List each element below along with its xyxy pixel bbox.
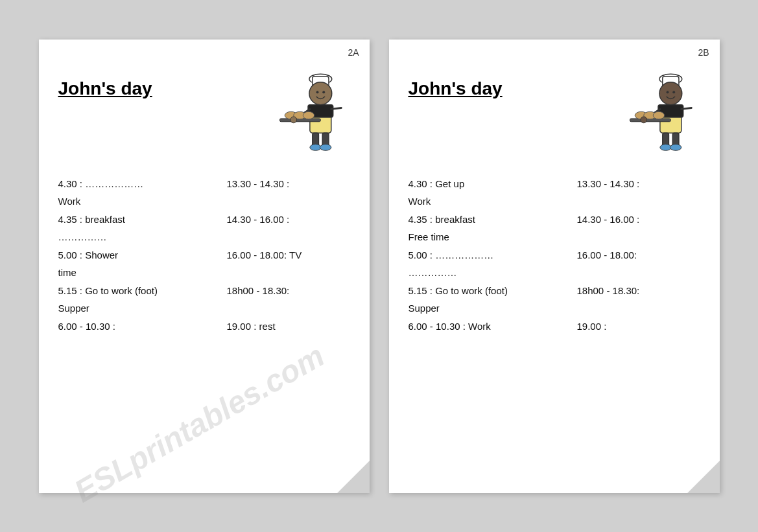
svg-point-16 xyxy=(303,111,314,119)
schedule-left: 5.00 : Shower xyxy=(58,247,214,264)
svg-point-30 xyxy=(670,144,681,150)
svg-line-26 xyxy=(681,108,691,109)
schedule-left: 6.00 - 10.30 : Work xyxy=(409,318,564,335)
card-title-2b: John's day xyxy=(409,78,503,99)
card-id-2b: 2B xyxy=(698,47,709,58)
svg-point-2 xyxy=(309,82,331,104)
schedule-right: 19.00 : rest xyxy=(227,318,350,335)
schedule-row: Supper xyxy=(58,300,350,317)
schedule-left: Supper xyxy=(409,300,564,317)
schedule-right: 16.00 - 18.00: xyxy=(577,247,700,264)
schedule-left: Work xyxy=(409,193,564,210)
baker-illustration-2b xyxy=(616,59,700,156)
schedule-left: 6.00 - 10.30 : xyxy=(58,318,214,335)
svg-point-34 xyxy=(653,111,664,119)
schedule-row: 4.30 : ……………… 13.30 - 14.30 : xyxy=(58,176,350,192)
schedule-left: Supper xyxy=(58,300,214,317)
schedule-left: …………… xyxy=(58,229,214,246)
schedule-row: Supper xyxy=(409,300,700,317)
schedule-left: time xyxy=(58,264,214,281)
schedule-right: 18h00 - 18.30: xyxy=(577,283,700,299)
schedule-row: time xyxy=(58,264,350,281)
schedule-row: 6.00 - 10.30 : Work 19.00 : xyxy=(409,318,700,335)
schedule-row: 5.15 : Go to work (foot) 18h00 - 18.30: xyxy=(58,283,350,299)
schedule-left: 4.35 : breakfast xyxy=(58,211,214,228)
schedule-right: 13.30 - 14.30 : xyxy=(227,176,350,192)
svg-point-29 xyxy=(659,144,670,150)
schedule-left: 4.35 : breakfast xyxy=(409,211,564,228)
schedule-row: 4.35 : breakfast 14.30 - 16.00 : xyxy=(58,211,350,228)
schedule-2a: 4.30 : ……………… 13.30 - 14.30 : Work 4.35 … xyxy=(58,176,350,335)
baker-illustration-2a xyxy=(266,59,350,156)
schedule-row: Free time xyxy=(409,229,700,246)
svg-point-21 xyxy=(666,91,669,93)
fold-corner-2b xyxy=(687,461,720,493)
schedule-left: 5.00 : ……………… xyxy=(409,247,564,264)
card-header-2a: John's day xyxy=(58,59,350,156)
schedule-row: 5.15 : Go to work (foot) 18h00 - 18.30: xyxy=(409,283,700,299)
schedule-2b: 4.30 : Get up 13.30 - 14.30 : Work 4.35 … xyxy=(409,176,700,335)
schedule-right: 19.00 : xyxy=(577,318,700,335)
schedule-right: 13.30 - 14.30 : xyxy=(577,176,700,192)
schedule-row: 6.00 - 10.30 : 19.00 : rest xyxy=(58,318,350,335)
schedule-row: …………… xyxy=(409,264,700,281)
card-header-2b: John's day xyxy=(409,59,700,156)
schedule-row: Work xyxy=(58,193,350,210)
card-id-2a: 2A xyxy=(348,47,359,58)
schedule-row: 5.00 : ……………… 16.00 - 18.00: xyxy=(409,247,700,264)
svg-point-22 xyxy=(672,91,675,93)
schedule-left: 4.30 : ……………… xyxy=(58,176,214,192)
schedule-left: Free time xyxy=(409,229,564,246)
schedule-left: Work xyxy=(58,193,214,210)
schedule-row: 5.00 : Shower 16.00 - 18.00: TV xyxy=(58,247,350,264)
card-2a: 2A John's day xyxy=(39,40,370,493)
card-title-2a: John's day xyxy=(58,78,152,99)
svg-point-4 xyxy=(322,91,325,93)
svg-point-20 xyxy=(659,82,681,104)
schedule-left: 5.15 : Go to work (foot) xyxy=(58,283,214,299)
svg-point-3 xyxy=(316,91,318,93)
svg-point-12 xyxy=(320,144,331,150)
schedule-row: 4.35 : breakfast 14.30 - 16.00 : xyxy=(409,211,700,228)
svg-line-8 xyxy=(331,108,340,109)
svg-point-17 xyxy=(290,117,296,123)
schedule-right: 18h00 - 18.30: xyxy=(227,283,350,299)
schedule-right: 14.30 - 16.00 : xyxy=(227,211,350,228)
schedule-row: 4.30 : Get up 13.30 - 14.30 : xyxy=(409,176,700,192)
schedule-left: 5.15 : Go to work (foot) xyxy=(409,283,564,299)
fold-corner-2a xyxy=(337,461,370,493)
schedule-row: Work xyxy=(409,193,700,210)
schedule-right: 14.30 - 16.00 : xyxy=(577,211,700,228)
svg-point-11 xyxy=(309,144,320,150)
schedule-left: 4.30 : Get up xyxy=(409,176,564,192)
schedule-right: 16.00 - 18.00: TV xyxy=(227,247,350,264)
schedule-row: …………… xyxy=(58,229,350,246)
watermark-2a: ESLprintables.com xyxy=(68,337,330,509)
card-2b: 2B John's day 4.30 : Get xyxy=(389,40,720,493)
schedule-left: …………… xyxy=(409,264,564,281)
svg-point-35 xyxy=(640,117,646,123)
